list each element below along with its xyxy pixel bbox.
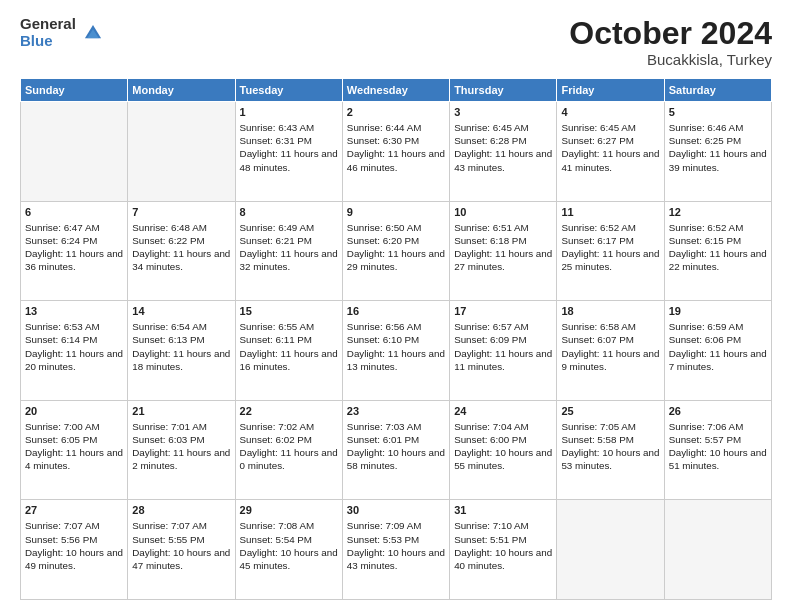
calendar-cell: 5Sunrise: 6:46 AM Sunset: 6:25 PM Daylig… [664,102,771,202]
day-info: Sunrise: 6:57 AM Sunset: 6:09 PM Dayligh… [454,320,552,373]
day-number: 15 [240,304,338,319]
calendar-cell: 18Sunrise: 6:58 AM Sunset: 6:07 PM Dayli… [557,301,664,401]
day-info: Sunrise: 6:50 AM Sunset: 6:20 PM Dayligh… [347,221,445,274]
day-number: 10 [454,205,552,220]
week-row-2: 6Sunrise: 6:47 AM Sunset: 6:24 PM Daylig… [21,201,772,301]
day-number: 2 [347,105,445,120]
calendar-cell: 14Sunrise: 6:54 AM Sunset: 6:13 PM Dayli… [128,301,235,401]
logo-text: General Blue [20,16,76,49]
week-row-1: 1Sunrise: 6:43 AM Sunset: 6:31 PM Daylig… [21,102,772,202]
day-number: 22 [240,404,338,419]
weekday-header-tuesday: Tuesday [235,79,342,102]
week-row-5: 27Sunrise: 7:07 AM Sunset: 5:56 PM Dayli… [21,500,772,600]
calendar-cell: 28Sunrise: 7:07 AM Sunset: 5:55 PM Dayli… [128,500,235,600]
calendar-cell: 11Sunrise: 6:52 AM Sunset: 6:17 PM Dayli… [557,201,664,301]
day-info: Sunrise: 7:05 AM Sunset: 5:58 PM Dayligh… [561,420,659,473]
day-info: Sunrise: 6:47 AM Sunset: 6:24 PM Dayligh… [25,221,123,274]
calendar-cell: 20Sunrise: 7:00 AM Sunset: 6:05 PM Dayli… [21,400,128,500]
day-info: Sunrise: 7:07 AM Sunset: 5:56 PM Dayligh… [25,519,123,572]
location-subtitle: Bucakkisla, Turkey [569,51,772,68]
day-info: Sunrise: 6:45 AM Sunset: 6:28 PM Dayligh… [454,121,552,174]
day-info: Sunrise: 6:54 AM Sunset: 6:13 PM Dayligh… [132,320,230,373]
day-info: Sunrise: 7:09 AM Sunset: 5:53 PM Dayligh… [347,519,445,572]
day-number: 6 [25,205,123,220]
day-info: Sunrise: 7:08 AM Sunset: 5:54 PM Dayligh… [240,519,338,572]
calendar-cell: 7Sunrise: 6:48 AM Sunset: 6:22 PM Daylig… [128,201,235,301]
month-title: October 2024 [569,16,772,51]
weekday-header-monday: Monday [128,79,235,102]
day-number: 18 [561,304,659,319]
day-number: 30 [347,503,445,518]
day-info: Sunrise: 6:58 AM Sunset: 6:07 PM Dayligh… [561,320,659,373]
day-info: Sunrise: 6:43 AM Sunset: 6:31 PM Dayligh… [240,121,338,174]
calendar-cell: 10Sunrise: 6:51 AM Sunset: 6:18 PM Dayli… [450,201,557,301]
calendar-cell: 17Sunrise: 6:57 AM Sunset: 6:09 PM Dayli… [450,301,557,401]
day-number: 8 [240,205,338,220]
day-info: Sunrise: 7:02 AM Sunset: 6:02 PM Dayligh… [240,420,338,473]
day-number: 9 [347,205,445,220]
day-number: 14 [132,304,230,319]
day-number: 28 [132,503,230,518]
page: General Blue October 2024 Bucakkisla, Tu… [0,0,792,612]
day-number: 3 [454,105,552,120]
calendar-cell: 8Sunrise: 6:49 AM Sunset: 6:21 PM Daylig… [235,201,342,301]
week-row-4: 20Sunrise: 7:00 AM Sunset: 6:05 PM Dayli… [21,400,772,500]
day-info: Sunrise: 6:56 AM Sunset: 6:10 PM Dayligh… [347,320,445,373]
weekday-header-wednesday: Wednesday [342,79,449,102]
day-number: 1 [240,105,338,120]
day-info: Sunrise: 6:52 AM Sunset: 6:17 PM Dayligh… [561,221,659,274]
logo-blue: Blue [20,33,76,50]
day-info: Sunrise: 7:10 AM Sunset: 5:51 PM Dayligh… [454,519,552,572]
day-number: 26 [669,404,767,419]
header: General Blue October 2024 Bucakkisla, Tu… [20,16,772,68]
calendar-cell: 13Sunrise: 6:53 AM Sunset: 6:14 PM Dayli… [21,301,128,401]
calendar-cell: 31Sunrise: 7:10 AM Sunset: 5:51 PM Dayli… [450,500,557,600]
day-number: 13 [25,304,123,319]
day-number: 31 [454,503,552,518]
weekday-header-friday: Friday [557,79,664,102]
logo-icon [82,22,104,44]
week-row-3: 13Sunrise: 6:53 AM Sunset: 6:14 PM Dayli… [21,301,772,401]
calendar-cell: 16Sunrise: 6:56 AM Sunset: 6:10 PM Dayli… [342,301,449,401]
weekday-header-saturday: Saturday [664,79,771,102]
calendar-cell: 27Sunrise: 7:07 AM Sunset: 5:56 PM Dayli… [21,500,128,600]
weekday-header-row: SundayMondayTuesdayWednesdayThursdayFrid… [21,79,772,102]
calendar-cell: 9Sunrise: 6:50 AM Sunset: 6:20 PM Daylig… [342,201,449,301]
calendar-table: SundayMondayTuesdayWednesdayThursdayFrid… [20,78,772,600]
day-number: 4 [561,105,659,120]
calendar-cell: 12Sunrise: 6:52 AM Sunset: 6:15 PM Dayli… [664,201,771,301]
weekday-header-sunday: Sunday [21,79,128,102]
day-info: Sunrise: 7:07 AM Sunset: 5:55 PM Dayligh… [132,519,230,572]
day-info: Sunrise: 6:55 AM Sunset: 6:11 PM Dayligh… [240,320,338,373]
weekday-header-thursday: Thursday [450,79,557,102]
logo-general: General [20,16,76,33]
day-info: Sunrise: 6:59 AM Sunset: 6:06 PM Dayligh… [669,320,767,373]
day-number: 21 [132,404,230,419]
calendar-cell: 21Sunrise: 7:01 AM Sunset: 6:03 PM Dayli… [128,400,235,500]
day-info: Sunrise: 6:45 AM Sunset: 6:27 PM Dayligh… [561,121,659,174]
logo: General Blue [20,16,104,49]
calendar-cell: 3Sunrise: 6:45 AM Sunset: 6:28 PM Daylig… [450,102,557,202]
day-number: 7 [132,205,230,220]
calendar-cell: 30Sunrise: 7:09 AM Sunset: 5:53 PM Dayli… [342,500,449,600]
day-info: Sunrise: 6:51 AM Sunset: 6:18 PM Dayligh… [454,221,552,274]
day-number: 29 [240,503,338,518]
title-block: October 2024 Bucakkisla, Turkey [569,16,772,68]
day-number: 23 [347,404,445,419]
day-info: Sunrise: 7:01 AM Sunset: 6:03 PM Dayligh… [132,420,230,473]
calendar-cell: 4Sunrise: 6:45 AM Sunset: 6:27 PM Daylig… [557,102,664,202]
calendar-cell: 1Sunrise: 6:43 AM Sunset: 6:31 PM Daylig… [235,102,342,202]
calendar-cell: 23Sunrise: 7:03 AM Sunset: 6:01 PM Dayli… [342,400,449,500]
calendar-cell: 25Sunrise: 7:05 AM Sunset: 5:58 PM Dayli… [557,400,664,500]
day-info: Sunrise: 6:44 AM Sunset: 6:30 PM Dayligh… [347,121,445,174]
day-info: Sunrise: 6:49 AM Sunset: 6:21 PM Dayligh… [240,221,338,274]
calendar-cell: 22Sunrise: 7:02 AM Sunset: 6:02 PM Dayli… [235,400,342,500]
calendar-cell [128,102,235,202]
day-info: Sunrise: 6:53 AM Sunset: 6:14 PM Dayligh… [25,320,123,373]
calendar-cell: 19Sunrise: 6:59 AM Sunset: 6:06 PM Dayli… [664,301,771,401]
day-info: Sunrise: 6:52 AM Sunset: 6:15 PM Dayligh… [669,221,767,274]
day-number: 5 [669,105,767,120]
day-info: Sunrise: 7:04 AM Sunset: 6:00 PM Dayligh… [454,420,552,473]
day-number: 16 [347,304,445,319]
day-number: 25 [561,404,659,419]
